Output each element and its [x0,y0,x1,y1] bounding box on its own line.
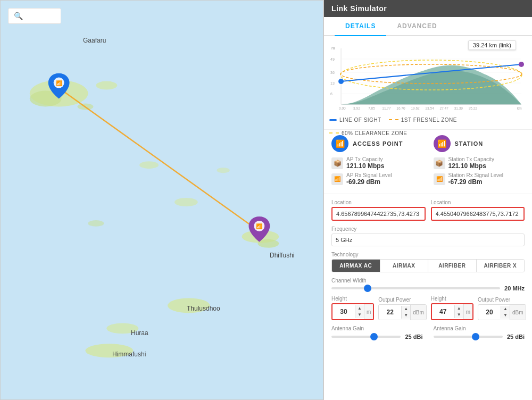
search-input[interactable] [23,12,55,20]
sta-tx-label: Station Tx Capacity [448,156,495,162]
tech-airmax[interactable]: AIRMAX [380,260,429,272]
ap-tx-icon: 📦 [331,157,343,169]
svg-point-5 [242,230,279,243]
svg-text:📶: 📶 [56,80,63,87]
sta-tx-icon: 📦 [434,157,445,169]
svg-text:27.47: 27.47 [440,106,449,110]
channel-width-slider-row: 20 MHz [331,285,525,291]
sta-height-input[interactable] [432,305,454,318]
sta-rx-value: -67.29 dBm [448,178,503,186]
ap-output-unit: dBm [410,305,426,320]
tech-airfiber-x[interactable]: AIRFIBER X [477,260,525,272]
legend-clearance: 60% CLEARANCE ZONE [329,130,407,136]
ap-output-input-wrap: ▲ ▼ dBm [378,304,426,320]
legend-los: LINE OF SIGHT [329,117,381,123]
ap-col: 📶 ACCESS POINT 📦 AP Tx Capacity 121.10 M… [331,135,423,188]
frequency-group: Frequency [331,226,525,246]
svg-text:49: 49 [330,57,335,61]
svg-point-2 [30,91,62,107]
sta-height-group: Height ▲ ▼ m [431,296,473,320]
search-icon: 🔍 [14,12,23,20]
svg-text:31.39: 31.39 [454,106,463,110]
svg-point-4 [78,103,94,110]
profile-chart: 39.24 km (link) m 49 36 13 6 [324,36,532,129]
sta-output-group: Output Power ▲ ▼ dBm [478,297,526,320]
sta-output-up[interactable]: ▲ [501,306,510,312]
ap-height-spinners: ▲ ▼ [355,305,364,318]
ap-height-down[interactable]: ▼ [355,312,364,318]
tab-advanced[interactable]: ADVANCED [386,17,447,36]
legend-fresnel: 1ST FRESNEL ZONE [389,117,457,123]
ap-antenna-slider[interactable] [331,336,401,338]
ap-output-down[interactable]: ▼ [402,312,410,319]
svg-text:23.54: 23.54 [425,106,434,110]
sta-height-input-wrap: ▲ ▼ m [431,303,473,320]
svg-text:m: m [331,46,335,51]
ap-antenna-col: Antenna Gain 25 dBi [331,326,423,344]
svg-text:km: km [517,106,522,110]
sta-height-unit: m [463,304,472,319]
ap-rx-value: -69.29 dBm [346,178,392,186]
ap-output-label: Output Power [378,297,426,303]
antenna-row: Antenna Gain 25 dBi Antenna Gain 25 dBi [331,326,525,344]
location-row: Location Location [331,199,525,221]
ap-output-input[interactable] [379,306,401,319]
sta-height-label: Height [431,296,473,302]
svg-point-11 [174,198,198,206]
sta-output-spinners: ▲ ▼ [501,306,510,319]
ap-output-up[interactable]: ▲ [402,306,410,312]
form-section: Location Location Frequency Technology A… [324,194,532,400]
ap-icon: 📶 [331,135,348,152]
ap-header: 📶 ACCESS POINT [331,135,423,152]
sta-location-group: Location [431,199,525,221]
svg-line-14 [59,88,260,231]
ap-rx-label: AP Rx Signal Level [346,172,392,178]
sta-antenna-slider[interactable] [434,336,503,338]
channel-width-slider[interactable] [331,287,500,289]
sta-height-down[interactable]: ▼ [455,312,463,318]
sta-output-label: Output Power [478,297,526,303]
svg-text:7.85: 7.85 [368,106,375,110]
svg-point-3 [96,81,117,90]
svg-point-6 [257,239,279,248]
map-container[interactable]: 🔍 [0,0,323,400]
channel-width-group: Channel Width 20 MHz [331,278,525,291]
ap-height-input[interactable] [332,305,355,318]
sta-output-down[interactable]: ▼ [501,312,510,319]
height-output-row: Height ▲ ▼ m Output Power ▲ ▼ [331,296,525,320]
ap-output-group: Output Power ▲ ▼ dBm [378,297,426,320]
svg-point-33 [338,79,344,84]
svg-point-34 [519,62,524,67]
ap-tx-row: 📦 AP Tx Capacity 121.10 Mbps [331,156,423,170]
sta-rx-icon: 📶 [434,173,445,185]
sta-rx-row: 📶 Station Rx Signal Level -67.29 dBm [434,172,525,186]
label-dhiffushi: Dhiffushi [270,252,294,259]
ap-height-up[interactable]: ▲ [355,305,364,312]
legend-los-label: LINE OF SIGHT [339,117,381,123]
legend-fresnel-label: 1ST FRESNEL ZONE [401,117,457,123]
sta-height-up[interactable]: ▲ [455,305,463,312]
tab-details[interactable]: DETAILS [335,17,386,36]
ap-height-group: Height ▲ ▼ m [331,296,374,320]
svg-point-1 [30,80,88,107]
ap-rx-icon: 📶 [331,173,343,185]
technology-group: Technology AIRMAX AC AIRMAX AIRFIBER AIR… [331,252,525,272]
tech-airmax-ac[interactable]: AIRMAX AC [332,260,380,272]
ap-antenna-slider-row: 25 dBi [331,334,423,340]
map-background: 🔍 [1,1,323,399]
sta-output-input[interactable] [478,306,501,319]
frequency-input[interactable] [331,234,525,246]
tech-airfiber[interactable]: AIRFIBER [428,260,477,272]
label-himmafushi: Himmafushi [112,351,146,358]
ap-tx-label: AP Tx Capacity [346,156,384,162]
sta-location-input[interactable] [431,207,525,221]
search-box[interactable]: 🔍 [8,8,61,24]
sta-header: 📶 STATION [434,135,525,152]
label-gaafaru: Gaafaru [83,37,106,44]
sta-height-spinners: ▲ ▼ [454,305,463,318]
ap-tx-value: 121.10 Mbps [346,162,384,170]
ap-location-input[interactable] [331,207,426,221]
channel-width-value: 20 MHz [504,285,525,291]
sta-tx-value: 121.10 Mbps [448,162,495,170]
ap-height-label: Height [331,296,374,302]
